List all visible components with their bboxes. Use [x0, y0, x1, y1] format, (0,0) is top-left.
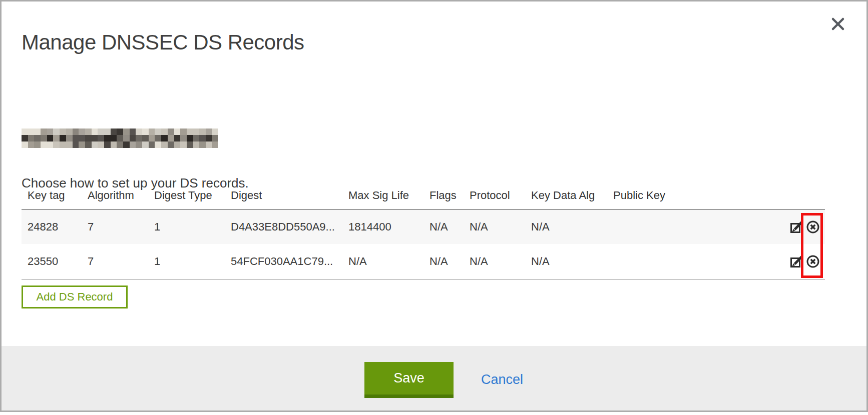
cell-protocol: N/A	[464, 210, 525, 244]
cell-max-sig-life: N/A	[342, 244, 423, 280]
cell-key-data-alg: N/A	[525, 244, 607, 280]
cell-actions	[731, 210, 825, 244]
delete-icon	[806, 254, 820, 268]
cell-key-data-alg: N/A	[525, 210, 607, 244]
add-ds-record-button[interactable]: Add DS Record	[22, 286, 128, 308]
col-header-actions	[731, 182, 825, 210]
edit-icon	[789, 254, 803, 268]
dialog-footer: Save Cancel	[2, 346, 866, 410]
cancel-link[interactable]: Cancel	[481, 372, 523, 388]
table-row: 23550 7 1 54FCF030AA1C79... N/A N/A N/A …	[22, 244, 825, 280]
cell-key-tag: 24828	[22, 210, 82, 244]
cell-digest: D4A33E8DD550A9...	[225, 210, 342, 244]
cell-digest: 54FCF030AA1C79...	[225, 244, 342, 280]
col-header-digest-type: Digest Type	[148, 182, 225, 210]
edit-icon	[789, 220, 803, 234]
cell-public-key	[607, 210, 731, 244]
dialog-title: Manage DNSSEC DS Records	[22, 30, 304, 54]
save-button[interactable]: Save	[364, 362, 454, 398]
cell-digest-type: 1	[148, 210, 225, 244]
cell-flags: N/A	[423, 210, 464, 244]
cell-max-sig-life: 1814400	[342, 210, 423, 244]
delete-record-button[interactable]	[806, 220, 820, 234]
col-header-flags: Flags	[423, 182, 464, 210]
cell-public-key	[607, 244, 731, 280]
col-header-algorithm: Algorithm	[82, 182, 148, 210]
close-icon	[829, 16, 846, 32]
cell-digest-type: 1	[148, 244, 225, 280]
cell-flags: N/A	[423, 244, 464, 280]
ds-records-table: Key tag Algorithm Digest Type Digest Max…	[22, 182, 825, 280]
table-header-row: Key tag Algorithm Digest Type Digest Max…	[22, 182, 825, 210]
delete-record-button[interactable]	[806, 254, 820, 268]
close-button[interactable]	[829, 16, 846, 32]
col-header-key-tag: Key tag	[22, 182, 82, 210]
cell-key-tag: 23550	[22, 244, 82, 280]
manage-dnssec-dialog: Manage DNSSEC DS Records Choose how to s…	[0, 0, 868, 412]
col-header-protocol: Protocol	[464, 182, 525, 210]
cell-protocol: N/A	[464, 244, 525, 280]
cell-actions	[731, 244, 825, 280]
col-header-key-data-alg: Key Data Alg	[525, 182, 607, 210]
edit-record-button[interactable]	[789, 254, 803, 268]
cell-algorithm: 7	[82, 210, 148, 244]
cell-algorithm: 7	[82, 244, 148, 280]
col-header-digest: Digest	[225, 182, 342, 210]
delete-icon	[806, 220, 820, 234]
redacted-domain-name	[22, 128, 218, 148]
col-header-max-sig-life: Max Sig Life	[342, 182, 423, 210]
edit-record-button[interactable]	[789, 220, 803, 234]
col-header-public-key: Public Key	[607, 182, 731, 210]
table-row: 24828 7 1 D4A33E8DD550A9... 1814400 N/A …	[22, 210, 825, 244]
